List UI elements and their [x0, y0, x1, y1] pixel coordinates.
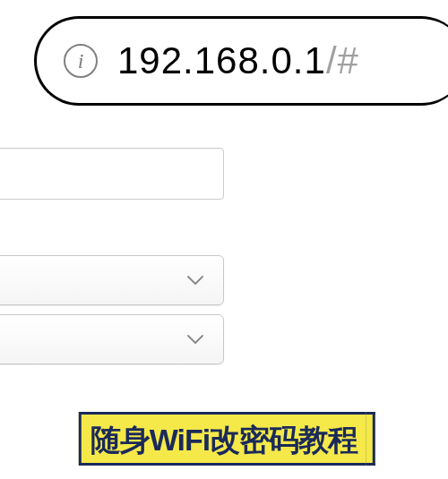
dropdown-1[interactable]: [0, 255, 224, 305]
info-icon-glyph: i: [78, 49, 84, 73]
address-bar[interactable]: i 192.168.0.1/#: [34, 16, 448, 106]
form-area: [0, 148, 224, 207]
dropdown-group: [0, 255, 224, 373]
text-input[interactable]: [0, 148, 224, 200]
url-text: 192.168.0.1/#: [117, 39, 359, 82]
caption-banner: 随身WiFi改密码教程: [79, 412, 369, 466]
info-icon[interactable]: i: [64, 44, 98, 78]
url-path: /#: [326, 39, 359, 81]
caption-text: 随身WiFi改密码教程: [90, 423, 358, 457]
url-host: 192.168.0.1: [117, 39, 326, 81]
chevron-down-icon: [187, 272, 203, 288]
dropdown-2[interactable]: [0, 314, 224, 364]
chevron-down-icon: [187, 331, 203, 347]
